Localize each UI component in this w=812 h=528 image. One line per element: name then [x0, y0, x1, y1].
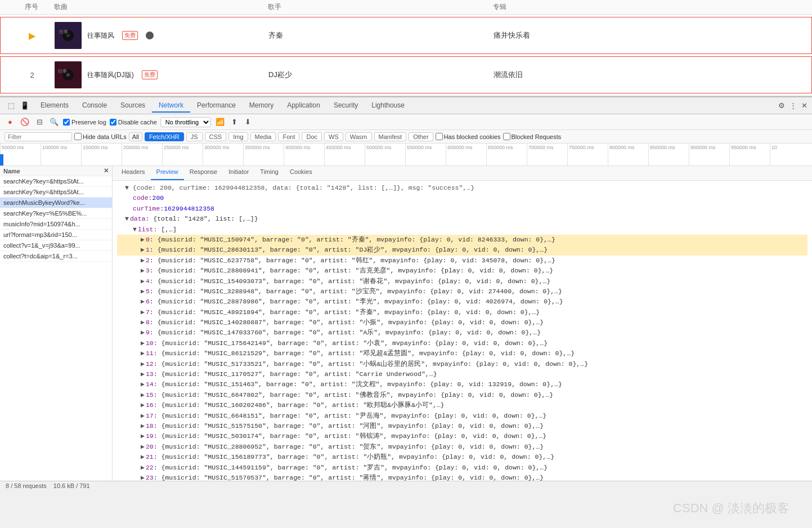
- music-row-1[interactable]: ▶ 往事 往事随风 免费 齐秦 痛并快乐着: [0, 17, 812, 54]
- json-toggle[interactable]: ▶: [141, 256, 145, 266]
- filter-media[interactable]: Media: [250, 132, 276, 141]
- play-icon: ▶: [29, 31, 35, 41]
- json-item-row: ▶9: {musicrid: "MUSIC_147033760", barrag…: [117, 328, 807, 338]
- json-toggle[interactable]: ▼: [133, 225, 137, 235]
- hide-data-checkbox[interactable]: [74, 133, 82, 140]
- request-item[interactable]: searchKey?key=&httpsStAt...: [0, 187, 112, 198]
- json-toggle[interactable]: ▶: [141, 245, 145, 255]
- has-blocked-cookies-checkbox[interactable]: [436, 133, 443, 140]
- more-icon[interactable]: ⋮: [787, 100, 798, 111]
- preview-tab-cookies[interactable]: Cookies: [284, 166, 318, 180]
- filter-other[interactable]: Other: [409, 132, 433, 141]
- device-icon[interactable]: 📱: [19, 100, 30, 111]
- preview-tab-initiator[interactable]: Initiator: [223, 166, 254, 180]
- filter-wasm[interactable]: Wasm: [346, 132, 372, 141]
- devtools-left-icons: ⬚ 📱: [2, 100, 34, 111]
- json-item-row: ▶15: {musicrid: "MUSIC_6647802", barrage…: [117, 390, 807, 400]
- blocked-requests-label[interactable]: Blocked Requests: [503, 133, 562, 140]
- disable-cache-checkbox[interactable]: [110, 119, 116, 126]
- request-item[interactable]: searchKey?key=&httpsStAt...: [0, 176, 112, 187]
- filter-js[interactable]: JS: [186, 132, 203, 141]
- json-toggle[interactable]: ▶: [141, 235, 145, 245]
- json-toggle[interactable]: ▶: [141, 287, 145, 297]
- inspect-icon[interactable]: ⬚: [6, 100, 17, 111]
- music-row-2[interactable]: 2 往事 往事随风(DJ版) 免费 DJ崧少 潮流依旧: [0, 56, 812, 93]
- close-split-icon[interactable]: ✕: [104, 167, 109, 174]
- request-item[interactable]: searchMusicBykeyWord?ke...: [0, 198, 112, 208]
- timeline-tick: 50000 ms: [0, 144, 41, 165]
- json-toggle[interactable]: ▶: [141, 463, 145, 473]
- json-toggle[interactable]: ▶: [141, 317, 145, 328]
- tab-memory[interactable]: Memory: [243, 99, 280, 113]
- status-bar: 8 / 58 requests 10.6 kB / 791: [0, 481, 812, 490]
- json-toggle[interactable]: ▶: [141, 442, 145, 452]
- request-item[interactable]: collect?v=1&_v=j93&a=99...: [0, 240, 112, 251]
- json-toggle[interactable]: ▶: [141, 348, 145, 359]
- filter-img[interactable]: Img: [228, 132, 248, 141]
- preview-tab-response[interactable]: Response: [184, 166, 223, 180]
- tab-elements[interactable]: Elements: [34, 99, 75, 113]
- json-toggle[interactable]: ▶: [141, 431, 145, 441]
- json-toggle[interactable]: ▶: [141, 369, 145, 379]
- json-toggle[interactable]: ▶: [141, 379, 145, 390]
- timeline-tick: 150000 ms: [81, 144, 122, 165]
- json-toggle[interactable]: ▶: [141, 328, 145, 338]
- tab-network[interactable]: Network: [152, 99, 190, 113]
- blocked-requests-checkbox[interactable]: [503, 133, 510, 140]
- preview-tab-timing[interactable]: Timing: [254, 166, 284, 180]
- timeline-cursor: [0, 154, 3, 165]
- filter-toggle-icon[interactable]: ⊟: [34, 117, 45, 128]
- json-toggle[interactable]: ▶: [141, 473, 145, 481]
- json-toggle[interactable]: ▶: [141, 297, 145, 307]
- request-item[interactable]: searchKey?key=%E5%BE%...: [0, 208, 112, 219]
- tab-lighthouse[interactable]: Lighthouse: [365, 99, 411, 113]
- filter-bar: Hide data URLs All Fetch/XHR JS CSS Img …: [0, 130, 812, 144]
- has-blocked-cookies-label[interactable]: Has blocked cookies: [436, 133, 501, 140]
- json-toggle[interactable]: ▶: [141, 359, 145, 369]
- preserve-log-label[interactable]: Preserve log: [63, 119, 106, 126]
- request-item[interactable]: url?format=mp3&rid=150...: [0, 230, 112, 240]
- wifi-icon[interactable]: 📶: [214, 117, 226, 128]
- tab-application[interactable]: Application: [280, 99, 327, 113]
- json-toggle[interactable]: ▶: [141, 452, 145, 462]
- json-toggle[interactable]: ▶: [141, 411, 145, 421]
- preview-tab-headers[interactable]: Headers: [116, 166, 151, 180]
- search-icon[interactable]: 🔍: [48, 117, 60, 128]
- disable-cache-label[interactable]: Disable cache: [110, 119, 157, 126]
- upload-icon[interactable]: ⬆: [229, 117, 240, 128]
- json-toggle[interactable]: ▶: [141, 307, 145, 317]
- json-toggle[interactable]: ▶: [141, 266, 145, 276]
- json-toggle[interactable]: ▼: [125, 214, 129, 224]
- close-devtools-icon[interactable]: ✕: [798, 100, 810, 111]
- filter-font[interactable]: Font: [278, 132, 299, 141]
- throttle-select[interactable]: No throttling: [160, 117, 211, 127]
- hide-data-label[interactable]: Hide data URLs: [74, 133, 127, 140]
- header-album: 专辑: [493, 2, 803, 12]
- tab-sources[interactable]: Sources: [114, 99, 152, 113]
- download-icon[interactable]: ⬇: [243, 117, 254, 128]
- tab-security[interactable]: Security: [327, 99, 365, 113]
- clear-icon[interactable]: 🚫: [19, 117, 30, 128]
- json-toggle[interactable]: ▶: [141, 276, 145, 287]
- request-item[interactable]: collect?t=dc&aip=1&_r=3...: [0, 251, 112, 262]
- record-icon[interactable]: ●: [5, 117, 16, 128]
- preserve-log-checkbox[interactable]: [63, 119, 70, 126]
- timeline-tick: 350000 ms: [243, 144, 284, 165]
- filter-manifest[interactable]: Manifest: [374, 132, 407, 141]
- tab-console[interactable]: Console: [75, 99, 114, 113]
- json-toggle[interactable]: ▶: [141, 400, 145, 410]
- filter-fetch-xhr[interactable]: Fetch/XHR: [145, 132, 184, 141]
- filter-css[interactable]: CSS: [205, 132, 227, 141]
- filter-doc[interactable]: Doc: [302, 132, 322, 141]
- tab-performance[interactable]: Performance: [190, 99, 243, 113]
- filter-all[interactable]: All: [129, 132, 142, 141]
- filter-input[interactable]: [5, 132, 72, 141]
- json-toggle[interactable]: ▶: [141, 390, 145, 400]
- preview-tab-preview[interactable]: Preview: [151, 166, 184, 180]
- preview-content[interactable]: ▼ {code: 200, curTime: 1629944812358, da…: [113, 181, 812, 481]
- json-toggle[interactable]: ▶: [141, 338, 145, 348]
- settings-icon[interactable]: ⚙: [776, 100, 787, 111]
- json-toggle[interactable]: ▶: [141, 421, 145, 431]
- filter-ws[interactable]: WS: [324, 132, 343, 141]
- request-item[interactable]: musicInfo?mid=150974&h...: [0, 219, 112, 230]
